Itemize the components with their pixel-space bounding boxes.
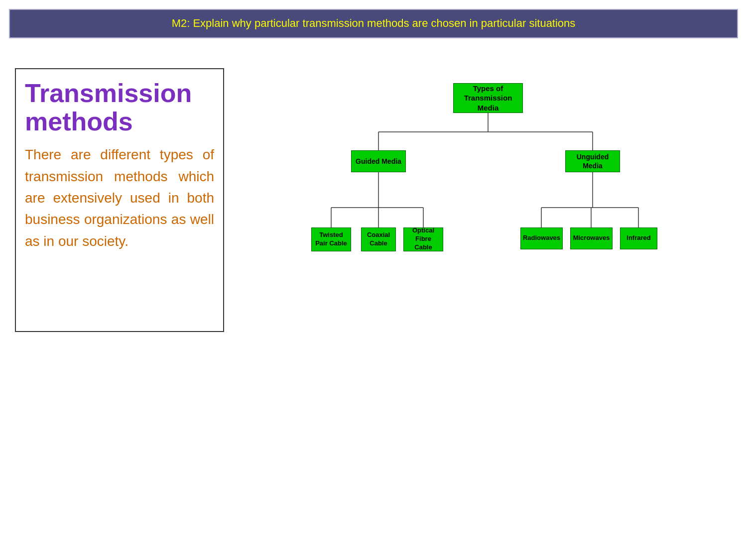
- node-coaxial-cable: Coaxial Cable: [361, 227, 396, 251]
- node-root: Types of Transmission Media: [453, 83, 523, 113]
- diagram-area: Types of Transmission Media Guided Media…: [224, 68, 732, 332]
- node-infrared: Infrared: [620, 227, 657, 249]
- node-twisted-pair: Twisted Pair Cable: [311, 227, 351, 251]
- main-content: Transmission methods There are different…: [15, 68, 732, 332]
- node-optical-fibre: Optical Fibre Cable: [403, 227, 443, 251]
- node-unguided: Unguided Media: [565, 150, 620, 172]
- page-title: Transmission methods: [25, 79, 214, 136]
- node-radiowaves: Radiowaves: [520, 227, 563, 249]
- node-guided: Guided Media: [351, 150, 406, 172]
- tree-diagram: Types of Transmission Media Guided Media…: [306, 73, 670, 332]
- node-microwaves: Microwaves: [570, 227, 613, 249]
- header-banner: M2: Explain why particular transmission …: [9, 9, 738, 38]
- body-text: There are different types of transmissio…: [25, 144, 214, 252]
- header-text: M2: Explain why particular transmission …: [172, 17, 576, 29]
- text-box: Transmission methods There are different…: [15, 68, 224, 332]
